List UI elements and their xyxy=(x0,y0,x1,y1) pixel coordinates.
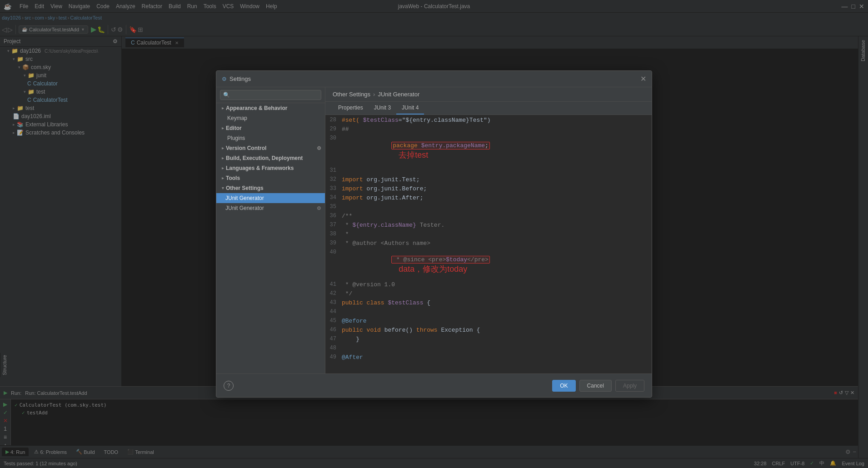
code-line-42: 42 */ xyxy=(325,290,652,299)
nav-label-plugins: Plugins xyxy=(222,135,245,141)
line-content: ## xyxy=(340,126,648,133)
code-line-47: 47 } xyxy=(325,336,652,345)
line-number: 33 xyxy=(325,185,340,192)
nav-item-build[interactable]: ▸ Build, Execution, Deployment xyxy=(216,153,325,163)
line-content: * @author <Authors name> xyxy=(340,240,648,247)
expand-arrow: ▸ xyxy=(222,146,224,150)
code-line-36: 36 /** xyxy=(325,213,652,222)
nav-label-keymap: Keymap xyxy=(222,115,247,121)
tab-junit3[interactable]: JUnit 3 xyxy=(369,102,396,115)
nav-label-appearance: Appearance & Behavior xyxy=(226,105,287,111)
line-content: #set( $testClass="${entry.className}Test… xyxy=(340,117,648,124)
line-number: 49 xyxy=(325,354,340,360)
line-number: 37 xyxy=(325,222,340,228)
line-content: public void before() throws Exception { xyxy=(340,327,648,334)
nav-label-editor: Editor xyxy=(226,125,242,131)
annotation-line30: 去掉test xyxy=(399,150,428,159)
junit2-settings-icon: ⚙ xyxy=(317,205,321,211)
code-line-41: 41 * @version 1.0 xyxy=(325,281,652,290)
line-content: /** xyxy=(340,213,648,219)
nav-item-junit-gen-1[interactable]: JUnit Generator xyxy=(216,193,325,203)
nav-item-vcs[interactable]: ▸ Version Control ⚙ xyxy=(216,143,325,153)
breadcrumb-separator: › xyxy=(373,91,375,98)
line-number: 31 xyxy=(325,167,340,174)
dialog-footer: ? OK Cancel Apply xyxy=(216,373,652,397)
line-content: @After xyxy=(340,354,648,361)
settings-tabs: Properties JUnit 3 JUnit 4 xyxy=(325,102,652,115)
line-content: } xyxy=(340,336,648,343)
code-line-39: 39 * @author <Authors name> xyxy=(325,240,652,249)
line-number: 43 xyxy=(325,299,340,306)
nav-item-appearance[interactable]: ▸ Appearance & Behavior xyxy=(216,103,325,113)
line-number: 40 xyxy=(325,249,340,255)
nav-label-vcs: Version Control xyxy=(226,145,266,151)
expand-arrow: ▸ xyxy=(222,106,224,110)
nav-label-junit2: JUnit Generator xyxy=(225,205,264,211)
expand-arrow: ▸ xyxy=(222,176,224,180)
code-editor[interactable]: 28 #set( $testClass="${entry.className}T… xyxy=(325,115,652,373)
line-content: * @version 1.0 xyxy=(340,281,648,288)
line-number: 39 xyxy=(325,240,340,246)
line-number: 46 xyxy=(325,327,340,333)
nav-item-plugins[interactable]: Plugins xyxy=(216,133,325,143)
line-number: 30 xyxy=(325,135,340,141)
line-content: * xyxy=(340,231,648,238)
nav-label-tools: Tools xyxy=(226,175,240,181)
code-line-49: 49 @After xyxy=(325,354,652,363)
nav-item-other-settings[interactable]: ▾ Other Settings xyxy=(216,183,325,193)
tab-properties[interactable]: Properties xyxy=(333,102,369,115)
nav-item-keymap[interactable]: Keymap xyxy=(216,113,325,123)
expand-arrow: ▸ xyxy=(222,156,224,160)
expand-arrow: ▾ xyxy=(222,186,224,190)
code-line-28: 28 #set( $testClass="${entry.className}T… xyxy=(325,117,652,126)
settings-dialog: ⚙ Settings ✕ ▸ Appearance & Behavior Key… xyxy=(216,70,652,398)
line-number: 36 xyxy=(325,213,340,219)
line-content: * @since <pre>$today</pre> data，修改为today xyxy=(340,249,648,281)
dialog-close-button[interactable]: ✕ xyxy=(640,75,646,83)
nav-label-languages: Languages & Frameworks xyxy=(226,165,294,171)
settings-content: Other Settings › JUnit Generator Propert… xyxy=(325,87,652,373)
nav-item-tools[interactable]: ▸ Tools xyxy=(216,173,325,183)
line-number: 34 xyxy=(325,194,340,201)
nav-label-junit1: JUnit Generator xyxy=(225,195,264,201)
settings-breadcrumb: Other Settings › JUnit Generator xyxy=(325,87,652,102)
settings-nav: ▸ Appearance & Behavior Keymap ▸ Editor … xyxy=(216,87,325,373)
apply-button[interactable]: Apply xyxy=(615,380,644,392)
breadcrumb-junit-gen: JUnit Generator xyxy=(378,91,419,98)
code-line-32: 32 import org.junit.Test; xyxy=(325,176,652,185)
tab-junit4[interactable]: JUnit 4 xyxy=(396,102,424,115)
line-number: 28 xyxy=(325,117,340,123)
code-line-29: 29 ## xyxy=(325,126,652,135)
breadcrumb-other: Other Settings xyxy=(333,91,370,98)
line-number: 35 xyxy=(325,204,340,210)
line-content: import org.junit.Test; xyxy=(340,176,648,183)
line-content: public class $testClass { xyxy=(340,299,648,306)
settings-search-input[interactable] xyxy=(220,90,321,100)
line-number: 47 xyxy=(325,336,340,342)
code-line-30: 30 package $entry.packageName; 去掉test xyxy=(325,135,652,167)
settings-icon-dialog: ⚙ xyxy=(222,76,227,82)
cancel-button[interactable]: Cancel xyxy=(579,380,612,392)
expand-arrow: ▸ xyxy=(222,126,224,130)
line-number: 48 xyxy=(325,345,340,351)
nav-item-editor[interactable]: ▸ Editor xyxy=(216,123,325,133)
nav-item-junit-gen-2[interactable]: JUnit Generator ⚙ xyxy=(216,203,325,213)
line-content: */ xyxy=(340,290,648,297)
code-line-46: 46 public void before() throws Exception… xyxy=(325,327,652,336)
line-number: 29 xyxy=(325,126,340,132)
code-line-31: 31 xyxy=(325,167,652,176)
line-number: 38 xyxy=(325,231,340,237)
dialog-overlay: ⚙ Settings ✕ ▸ Appearance & Behavior Key… xyxy=(0,0,868,468)
annotation-line40: data，修改为today xyxy=(399,264,467,274)
line-number: 32 xyxy=(325,176,340,183)
vcs-settings-icon: ⚙ xyxy=(317,145,321,151)
help-button[interactable]: ? xyxy=(224,381,234,391)
nav-item-languages[interactable]: ▸ Languages & Frameworks xyxy=(216,163,325,173)
code-line-37: 37 * ${entry.className} Tester. xyxy=(325,222,652,231)
code-line-33: 33 import org.junit.Before; xyxy=(325,185,652,194)
code-line-34: 34 import org.junit.After; xyxy=(325,194,652,204)
dialog-title-bar: ⚙ Settings ✕ xyxy=(216,71,652,87)
line-content: * ${entry.className} Tester. xyxy=(340,222,648,229)
code-line-43: 43 public class $testClass { xyxy=(325,299,652,309)
ok-button[interactable]: OK xyxy=(552,380,575,392)
